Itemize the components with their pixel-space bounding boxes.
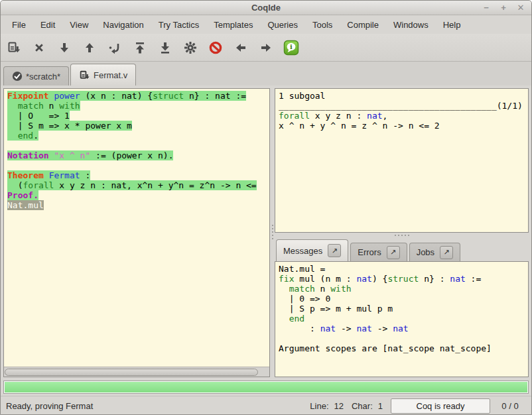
code-token: power: [54, 91, 80, 101]
code-token: n: [315, 284, 330, 294]
code-token: nat: [356, 274, 371, 284]
horizontal-scrollbar: [4, 367, 269, 377]
code-token: n: [44, 101, 59, 111]
menu-try-tactics[interactable]: Try Tactics: [151, 17, 206, 33]
code-token: | O => 1: [7, 111, 70, 121]
info-button[interactable]: i: [282, 38, 300, 57]
scrollbar-thumb[interactable]: [5, 369, 258, 376]
code-token: .: [33, 131, 38, 141]
code-token: with: [330, 284, 351, 294]
code-token: mul (n m :: [294, 274, 356, 284]
tab-errors-label: Errors: [358, 247, 381, 257]
main-area: Fixpoint power (x n : nat) {struct n} : …: [1, 86, 531, 379]
code-line: | S p => m + mul p m: [279, 304, 525, 314]
save-button[interactable]: [5, 38, 23, 57]
code-token: Proof.: [7, 190, 38, 200]
close-icon[interactable]: ✕: [515, 3, 526, 13]
code-token: [7, 131, 18, 141]
menu-compile[interactable]: Compile: [340, 17, 386, 33]
menu-edit[interactable]: Edit: [33, 17, 62, 33]
menubar: FileEditViewNavigationTry TacticsTemplat…: [1, 15, 531, 34]
code-token: ) {: [372, 274, 387, 284]
code-token: fix: [279, 274, 294, 284]
tab-messages[interactable]: Messages ↗: [276, 239, 348, 261]
vertical-pane-handle[interactable]: [270, 86, 275, 379]
back-button[interactable]: [232, 38, 250, 57]
code-line: Nat.mul =: [279, 264, 525, 274]
code-line: match n with: [279, 284, 525, 294]
statusbar: Ready, proving Fermat Line: 12 Char: 1 C…: [1, 396, 531, 415]
detach-icon: ↗: [390, 248, 396, 257]
menu-templates[interactable]: Templates: [206, 17, 260, 33]
window-controls: − + ✕: [481, 1, 526, 15]
code-line: x ^ n + y ^ n = z ^ n -> n <= 2: [279, 121, 525, 131]
detach-errors-button[interactable]: ↗: [387, 246, 400, 259]
code-token: (: [7, 180, 23, 190]
step-down-button[interactable]: [55, 38, 74, 57]
menu-help[interactable]: Help: [436, 17, 468, 33]
code-token: Notation: [7, 150, 49, 160]
detach-icon: ↗: [444, 248, 450, 257]
check-circle-icon: [12, 71, 23, 82]
code-line: [279, 333, 525, 343]
menu-queries[interactable]: Queries: [260, 17, 305, 33]
coqide-window: CoqIde − + ✕ FileEditViewNavigationTry T…: [0, 0, 532, 415]
menu-tools[interactable]: Tools: [305, 17, 340, 33]
code-token: := (power x n).: [90, 150, 173, 160]
detach-icon: ↗: [332, 247, 338, 255]
interrupt-button[interactable]: [206, 38, 225, 57]
code-line: Argument scopes are [nat_scope nat_scope…: [279, 343, 525, 353]
right-column: 1 subgoal_______________________________…: [275, 88, 529, 377]
code-line: ________________________________________…: [279, 101, 525, 111]
code-token: x y z n : nat, x^n + y^n = z^n -> n <=: [54, 180, 256, 190]
detach-messages-button[interactable]: ↗: [328, 244, 341, 257]
go-to-end-button[interactable]: [156, 38, 174, 57]
code-token: [279, 284, 289, 294]
titlebar: CoqIde − + ✕: [1, 1, 531, 15]
code-token: end: [289, 314, 304, 324]
code-token: Nat.mul =: [279, 264, 325, 274]
editor-tabstrip: *scratch* Fermat.v: [1, 62, 531, 86]
script-editor[interactable]: Fixpoint power (x n : nat) {struct n} : …: [4, 89, 269, 367]
code-token: nat: [393, 324, 408, 333]
gear-button[interactable]: [181, 38, 200, 57]
step-up-button[interactable]: [80, 38, 99, 57]
window-title: CoqIde: [251, 3, 281, 13]
go-to-start-button[interactable]: [131, 38, 149, 57]
menu-file[interactable]: File: [5, 17, 33, 33]
code-token: Fixpoint: [7, 91, 49, 101]
goto-cursor-button[interactable]: [105, 38, 124, 57]
code-line: | 0 => 0: [279, 294, 525, 304]
tab-errors[interactable]: Errors ↗: [350, 243, 407, 261]
close-button[interactable]: [30, 38, 48, 57]
maximize-icon[interactable]: +: [498, 3, 509, 13]
code-line: | O => 1: [7, 111, 266, 121]
horizontal-pane-handle[interactable]: [275, 233, 529, 238]
code-token: :: [80, 170, 91, 180]
minimize-icon[interactable]: −: [481, 3, 492, 13]
code-token: n} : nat :=: [184, 91, 246, 101]
menu-windows[interactable]: Windows: [386, 17, 436, 33]
code-line: : nat -> nat -> nat: [279, 324, 525, 333]
menu-navigation[interactable]: Navigation: [96, 17, 151, 33]
code-token: match: [289, 284, 315, 294]
progress-bar: [3, 381, 529, 394]
line-label: Line:: [310, 401, 328, 411]
code-line: forall x y z n : nat,: [279, 111, 525, 121]
detach-jobs-button[interactable]: ↗: [440, 246, 453, 259]
code-token: nat: [356, 324, 371, 333]
menu-view[interactable]: View: [62, 17, 96, 33]
goals-panel[interactable]: 1 subgoal_______________________________…: [275, 88, 529, 233]
progress-bar-fill: [5, 382, 527, 392]
forward-button[interactable]: [257, 38, 275, 57]
tab-scratch[interactable]: *scratch*: [3, 66, 69, 86]
code-line: 1 subgoal: [279, 91, 525, 101]
char-value: 1: [378, 401, 383, 411]
tab-fermat[interactable]: Fermat.v: [70, 64, 136, 86]
tab-jobs[interactable]: Jobs ↗: [409, 243, 460, 261]
messages-panel[interactable]: Nat.mul =fix mul (n m : nat) {struct n} …: [275, 261, 529, 377]
code-token: struct: [153, 91, 184, 101]
tab-fermat-label: Fermat.v: [94, 70, 127, 80]
tab-scratch-label: *scratch*: [26, 72, 60, 82]
code-line: Proof.: [7, 190, 266, 200]
